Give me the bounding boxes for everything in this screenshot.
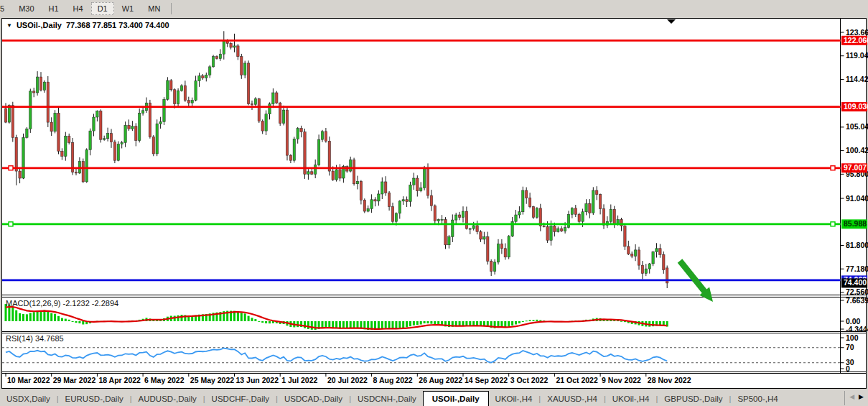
macd-histogram-bar bbox=[416, 321, 419, 325]
candle bbox=[508, 235, 510, 259]
tab-usdx-daily[interactable]: USDX,Daily bbox=[0, 392, 57, 406]
macd-histogram-bar bbox=[427, 321, 429, 323]
date-label: 18 Apr 2022 bbox=[98, 376, 141, 384]
candle-body bbox=[106, 134, 108, 139]
candle-body bbox=[307, 172, 309, 175]
candle bbox=[85, 148, 88, 183]
macd-histogram-bar bbox=[322, 321, 324, 328]
tab-usdcnh-daily[interactable]: USDCNH-,Daily bbox=[351, 392, 423, 406]
candle bbox=[71, 138, 73, 175]
candle-body bbox=[22, 137, 24, 178]
candle-body bbox=[582, 212, 584, 221]
macd-histogram-bar bbox=[261, 321, 263, 323]
candle-body bbox=[4, 109, 6, 122]
candle-body bbox=[272, 93, 274, 104]
candle-body bbox=[89, 131, 91, 149]
candle-body bbox=[8, 106, 10, 122]
macd-histogram-bar bbox=[325, 321, 327, 327]
candle-body bbox=[420, 188, 422, 190]
candle bbox=[170, 79, 172, 91]
macd-histogram-bar bbox=[398, 321, 401, 328]
candle bbox=[592, 187, 594, 215]
candle-body bbox=[388, 193, 390, 207]
scroll-left-icon[interactable]: ◀ bbox=[849, 394, 854, 400]
tab-sp500-h4[interactable]: SP500-,H4 bbox=[731, 392, 784, 406]
macd-histogram-bar bbox=[472, 321, 475, 326]
tab-ukoil-h4[interactable]: UKOil-,H4 bbox=[606, 392, 656, 406]
price-badge-label: 97.007 bbox=[844, 163, 867, 172]
candle-body bbox=[230, 43, 232, 47]
candle-body bbox=[177, 91, 179, 103]
price-badge-label: 122.066 bbox=[844, 36, 868, 45]
tab-xauusd-h4[interactable]: XAUUSD-,H4 bbox=[541, 392, 604, 406]
tab-eurusd-daily[interactable]: EURUSD-,Daily bbox=[59, 392, 130, 406]
candle-body bbox=[458, 215, 460, 218]
tab-usoil-daily[interactable]: USOil-,Daily bbox=[423, 391, 489, 406]
macd-histogram-bar bbox=[518, 321, 521, 323]
candle bbox=[328, 137, 330, 175]
macd-histogram-bar bbox=[350, 321, 352, 328]
candle-body bbox=[500, 244, 503, 248]
price-badge-label: 74.400 bbox=[844, 278, 867, 287]
macd-histogram-bar bbox=[515, 321, 517, 324]
tab-ukoil-h4[interactable]: UKOil-,H4 bbox=[489, 392, 539, 406]
down-caret-icon[interactable]: ▼ bbox=[6, 22, 12, 29]
macd-histogram-bar bbox=[40, 310, 42, 321]
candle bbox=[276, 91, 278, 104]
candle bbox=[149, 100, 151, 139]
macd-histogram-bar bbox=[395, 321, 397, 328]
candle-body bbox=[128, 125, 130, 129]
candle bbox=[247, 60, 249, 105]
tab-audusd-daily[interactable]: AUDUSD-,Daily bbox=[132, 392, 203, 406]
line-handle[interactable] bbox=[9, 222, 13, 226]
tab-usdcad-daily[interactable]: USDCAD-,Daily bbox=[278, 392, 349, 406]
candle bbox=[652, 251, 654, 266]
candle-body bbox=[430, 195, 432, 206]
macd-histogram-bar bbox=[526, 320, 528, 321]
date-label: 28 Nov 2022 bbox=[648, 376, 691, 384]
macd-histogram-bar bbox=[11, 307, 14, 321]
macd-histogram-bar bbox=[61, 318, 63, 321]
candle-body bbox=[311, 172, 313, 175]
macd-histogram-bar bbox=[381, 321, 383, 328]
candle-body bbox=[36, 77, 38, 93]
candle-body bbox=[398, 201, 401, 213]
candle-body bbox=[33, 91, 35, 93]
candle-body bbox=[483, 236, 485, 239]
macd-histogram-bar bbox=[402, 321, 404, 328]
candle-body bbox=[599, 195, 601, 209]
scroll-right-icon[interactable]: ▶ bbox=[859, 394, 864, 400]
candle bbox=[163, 97, 165, 125]
macd-histogram-bar bbox=[47, 312, 49, 321]
candle bbox=[434, 204, 436, 223]
line-handle[interactable] bbox=[831, 222, 835, 226]
macd-histogram-bar bbox=[511, 321, 513, 326]
candle-body bbox=[82, 162, 84, 182]
candle bbox=[444, 217, 447, 249]
macd-histogram-bar bbox=[342, 321, 345, 328]
candle-body bbox=[413, 178, 415, 185]
candle-body bbox=[437, 219, 439, 221]
tab-gbpusd-daily[interactable]: GBPUSD-,Daily bbox=[658, 392, 729, 406]
candle-body bbox=[508, 236, 510, 257]
candle-body bbox=[641, 265, 643, 273]
macd-histogram-bar bbox=[353, 321, 355, 328]
line-handle[interactable] bbox=[831, 166, 835, 170]
tab-usdchf-daily[interactable]: USDCHF-,Daily bbox=[205, 392, 276, 406]
line-handle[interactable] bbox=[9, 166, 13, 170]
candle-body bbox=[131, 126, 134, 129]
chart-canvas[interactable]: 123.660119.040114.420105.040100.42095.80… bbox=[0, 0, 868, 406]
candle-body bbox=[219, 54, 221, 58]
macd-histogram-bar bbox=[177, 315, 179, 321]
candle-body bbox=[289, 155, 291, 160]
candle bbox=[363, 198, 365, 213]
rsi-axis-label: 0 bbox=[846, 364, 850, 373]
candle-body bbox=[215, 57, 218, 59]
price-label: 123.660 bbox=[846, 28, 868, 37]
candle-body bbox=[11, 106, 14, 138]
date-label: 13 Jun 2022 bbox=[236, 376, 279, 384]
candle bbox=[167, 77, 169, 101]
macd-histogram-bar bbox=[529, 320, 531, 321]
candle-body bbox=[195, 81, 197, 101]
candle-body bbox=[93, 117, 95, 131]
